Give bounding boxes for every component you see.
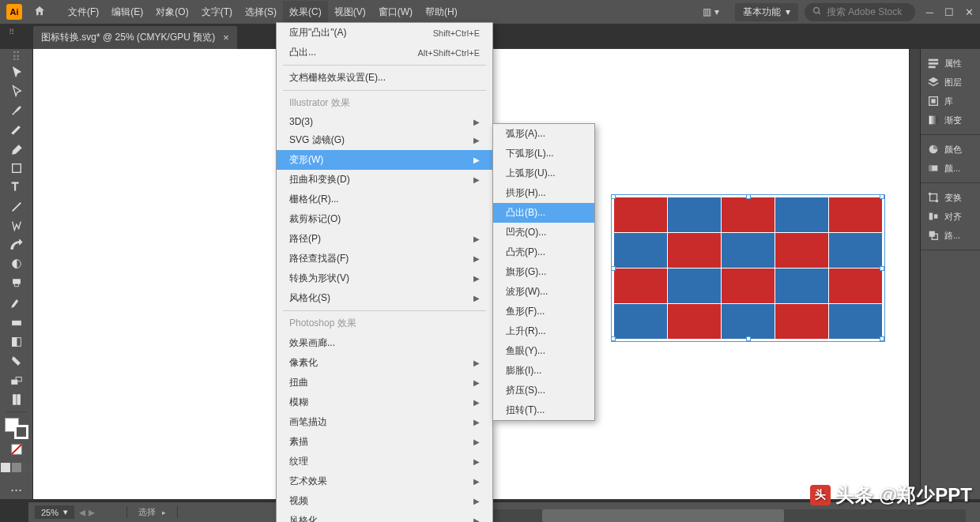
panel-handle-icon[interactable]: ⠿ bbox=[3, 26, 19, 37]
menu-entry[interactable]: 纹理▶ bbox=[277, 452, 492, 471]
menu-entry[interactable]: 凸壳(P)... bbox=[493, 242, 594, 262]
toolbox-handle[interactable]: ⠿ bbox=[5, 52, 28, 62]
column-graph-tool[interactable] bbox=[5, 391, 28, 409]
rectangle-tool[interactable] bbox=[5, 159, 28, 177]
menu-entry[interactable]: 路径(P)▶ bbox=[277, 229, 492, 249]
menu-entry[interactable]: 裁剪标记(O) bbox=[277, 209, 492, 229]
menu-entry[interactable]: 波形(W)... bbox=[493, 282, 594, 302]
tab-close-icon[interactable]: × bbox=[223, 32, 229, 43]
menu-entry[interactable]: 弧形(A)... bbox=[493, 124, 594, 144]
status-mode[interactable]: 选择▸ bbox=[126, 506, 178, 518]
line-tool[interactable] bbox=[5, 197, 28, 216]
menu-entry[interactable]: 画笔描边▶ bbox=[277, 412, 492, 432]
nav-next-icon[interactable]: ▸ bbox=[89, 505, 95, 520]
selection-tool[interactable] bbox=[5, 62, 28, 81]
menu-item[interactable]: 窗口(W) bbox=[372, 1, 419, 24]
rotate-tool[interactable] bbox=[5, 236, 28, 254]
edit-toolbar-icon[interactable]: ⋯ bbox=[5, 481, 28, 499]
menu-entry[interactable]: 上升(R)... bbox=[493, 321, 594, 341]
panel-button[interactable]: 库 bbox=[921, 92, 980, 111]
menu-entry[interactable]: 艺术效果▶ bbox=[277, 471, 492, 491]
menu-entry[interactable]: 旗形(G)... bbox=[493, 262, 594, 282]
panel-collapse-strip[interactable] bbox=[909, 49, 920, 499]
shape-builder-tool[interactable] bbox=[5, 256, 28, 274]
menu-item[interactable]: 对象(O) bbox=[149, 1, 194, 24]
gradient-tool[interactable] bbox=[5, 332, 28, 351]
menu-entry[interactable]: 文档栅格效果设置(E)... bbox=[277, 68, 492, 88]
menu-item[interactable]: 效果(C) bbox=[283, 1, 328, 24]
minimize-button[interactable]: ─ bbox=[926, 6, 933, 18]
menu-entry[interactable]: 扭曲和变换(D)▶ bbox=[277, 170, 492, 190]
svg-point-26 bbox=[936, 200, 939, 203]
curvature-tool[interactable] bbox=[5, 101, 28, 119]
menu-entry[interactable]: 风格化▶ bbox=[277, 511, 492, 522]
menu-entry[interactable]: 凹壳(O)... bbox=[493, 223, 594, 242]
maximize-button[interactable]: ☐ bbox=[944, 6, 954, 18]
menu-entry[interactable]: 变形(W)▶ bbox=[277, 150, 492, 170]
watermark: 头 头条 @郑少PPT bbox=[810, 483, 972, 508]
menu-entry[interactable]: 挤压(S)... bbox=[493, 381, 594, 400]
draw-modes[interactable] bbox=[0, 463, 37, 472]
type-tool[interactable]: T bbox=[5, 178, 28, 197]
menu-item[interactable]: 视图(V) bbox=[328, 1, 372, 24]
eyedropper-tool[interactable] bbox=[5, 294, 28, 312]
menu-entry[interactable]: 风格化(S)▶ bbox=[277, 288, 492, 308]
menu-entry[interactable]: 模糊▶ bbox=[277, 392, 492, 412]
menu-item[interactable]: 编辑(E) bbox=[105, 1, 149, 24]
menu-entry[interactable]: 凸出(B)... bbox=[493, 203, 594, 223]
menu-entry[interactable]: 栅格化(R)... bbox=[277, 190, 492, 209]
menu-entry[interactable]: 视频▶ bbox=[277, 491, 492, 511]
none-fill-icon[interactable] bbox=[5, 440, 28, 458]
menu-entry[interactable]: 应用"凸出"(A)Shift+Ctrl+E bbox=[277, 23, 492, 43]
panel-button[interactable]: 渐变 bbox=[921, 111, 980, 130]
eraser-tool[interactable] bbox=[5, 314, 28, 332]
panel-button[interactable]: 对齐 bbox=[921, 207, 980, 226]
nav-prev-icon[interactable]: ◂ bbox=[79, 505, 85, 520]
essentials-switcher-icon[interactable]: ▥ ▾ bbox=[703, 6, 718, 17]
panel-button[interactable]: 路... bbox=[921, 226, 980, 245]
menu-entry[interactable]: 扭转(T)... bbox=[493, 400, 594, 420]
zoom-dropdown[interactable]: 25%▾ bbox=[35, 505, 74, 519]
document-tab[interactable]: 图标转换.svg* @ 25% (CMYK/GPU 预览) × bbox=[33, 26, 237, 49]
scissors-tool[interactable] bbox=[5, 352, 28, 370]
menu-entry[interactable]: 像素化▶ bbox=[277, 353, 492, 373]
workspace-switcher[interactable]: 基本功能▾ bbox=[735, 3, 798, 21]
menu-entry[interactable]: 3D(3)▶ bbox=[277, 113, 492, 130]
menu-item[interactable]: 文字(T) bbox=[195, 1, 239, 24]
menu-entry[interactable]: 转换为形状(V)▶ bbox=[277, 269, 492, 288]
menu-entry[interactable]: 鱼形(F)... bbox=[493, 302, 594, 321]
panel-button[interactable]: 颜色 bbox=[921, 140, 980, 159]
pen-tool[interactable] bbox=[5, 120, 28, 138]
pencil-tool[interactable] bbox=[5, 140, 28, 158]
menu-entry[interactable]: 上弧形(U)... bbox=[493, 163, 594, 183]
panel-button[interactable]: 颜... bbox=[921, 159, 980, 178]
home-icon[interactable] bbox=[33, 5, 46, 20]
paintbrush-tool[interactable] bbox=[5, 217, 28, 235]
menu-entry[interactable]: 路径查找器(F)▶ bbox=[277, 249, 492, 269]
menu-entry[interactable]: 效果画廊... bbox=[277, 333, 492, 353]
menu-entry[interactable]: 鱼眼(Y)... bbox=[493, 341, 594, 361]
menu-entry[interactable]: 扭曲▶ bbox=[277, 373, 492, 392]
menu-item[interactable]: 帮助(H) bbox=[419, 1, 464, 24]
artboard-tool[interactable] bbox=[5, 371, 28, 389]
search-input[interactable]: 搜索 Adobe Stock bbox=[805, 3, 915, 21]
menu-entry[interactable]: 拱形(H)... bbox=[493, 183, 594, 203]
menu-item[interactable]: 文件(F) bbox=[62, 1, 105, 24]
selected-artwork[interactable] bbox=[614, 197, 882, 339]
direct-selection-tool[interactable] bbox=[5, 81, 28, 100]
menu-entry[interactable]: 凸出...Alt+Shift+Ctrl+E bbox=[277, 43, 492, 62]
panel-button[interactable]: 属性 bbox=[921, 54, 980, 73]
width-tool[interactable] bbox=[5, 275, 28, 293]
menu-entry[interactable]: 膨胀(I)... bbox=[493, 361, 594, 381]
chevron-down-icon: ▾ bbox=[63, 507, 68, 517]
fill-stroke-control[interactable] bbox=[5, 418, 28, 439]
panel-button[interactable]: 变换 bbox=[921, 188, 980, 207]
svg-rect-20 bbox=[929, 116, 938, 125]
menu-entry[interactable]: SVG 滤镜(G)▶ bbox=[277, 130, 492, 150]
menu-entry[interactable]: 下弧形(L)... bbox=[493, 144, 594, 163]
menu-entry[interactable]: 素描▶ bbox=[277, 432, 492, 452]
panel-button[interactable]: 图层 bbox=[921, 73, 980, 92]
menu-item[interactable]: 选择(S) bbox=[239, 1, 283, 24]
close-button[interactable]: ✕ bbox=[965, 6, 974, 18]
chevron-down-icon: ▾ bbox=[786, 6, 790, 17]
